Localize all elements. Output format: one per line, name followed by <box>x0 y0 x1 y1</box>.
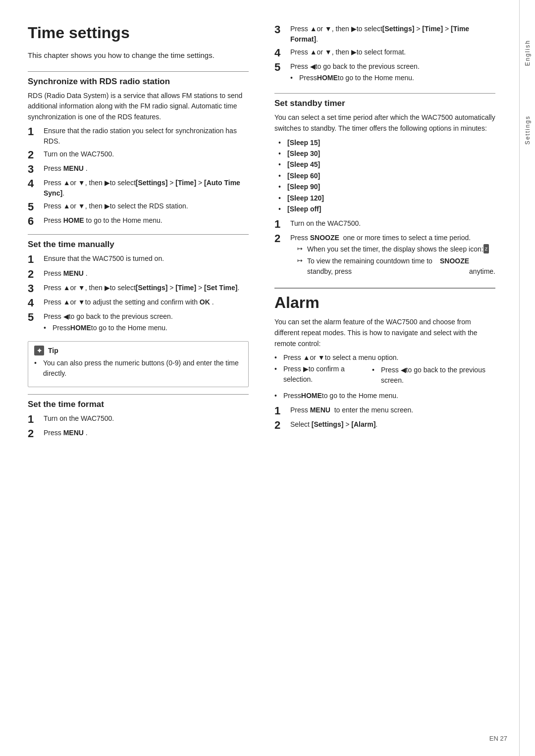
alarm-sub-bullet-1: Press ◀to go back to the previous screen… <box>372 365 495 386</box>
divider-format <box>28 394 249 395</box>
standby-step-1: 1 Turn on the WAC7500. <box>274 218 495 230</box>
format-step-3: 3 Press ▲or ▼, then ▶to select[Settings]… <box>274 24 495 45</box>
sleep-icon: z <box>483 244 489 253</box>
page-container: Time settings This chapter shows you how… <box>0 0 535 756</box>
sleep-off: [Sleep off] <box>278 203 495 214</box>
manually-heading: Set the time manually <box>28 240 249 250</box>
manually-step-5: 5 Press ◀to go back to the previous scre… <box>28 311 249 336</box>
alarm-bullets: Press ▲or ▼to select a menu option. Pres… <box>274 353 495 401</box>
manually-sub-step: Press HOME to go to the Home menu. <box>44 323 249 333</box>
manually-step-3: 3 Press ▲or ▼, then ▶to select[Settings]… <box>28 283 249 295</box>
sync-heading: Synchronize with RDS radio station <box>28 77 249 87</box>
side-tab-settings: Settings <box>524 115 531 145</box>
standby-body: You can select a set time period after w… <box>274 112 495 134</box>
standby-heading: Set standby timer <box>274 99 495 108</box>
page-title: Time settings <box>28 24 249 42</box>
format-step-2: 2 Press MENU . <box>28 428 249 440</box>
right-column: 3 Press ▲or ▼, then ▶to select[Settings]… <box>270 24 495 732</box>
tip-box: ✦ Tip You can also press the numeric but… <box>28 341 249 387</box>
sleep-90: [Sleep 90] <box>278 181 495 192</box>
sync-step-4: 4 Press ▲or ▼, then ▶to select[Settings]… <box>28 178 249 199</box>
manually-step-4: 4 Press ▲or ▼to adjust the setting and c… <box>28 297 249 309</box>
tip-header: ✦ Tip <box>34 346 242 355</box>
main-content: Time settings This chapter shows you how… <box>0 0 519 756</box>
tip-text: You can also press the numeric buttons (… <box>34 358 242 379</box>
side-tab-english: English <box>524 40 531 66</box>
divider-standby <box>274 93 495 94</box>
sync-step-3: 3 Press MENU . <box>28 163 249 175</box>
alarm-title: Alarm <box>274 288 495 312</box>
intro-text: This chapter shows you how to change the… <box>28 50 249 61</box>
manually-step-1: 1 Ensure that the WAC7500 is turned on. <box>28 253 249 265</box>
manually-steps-list: 1 Ensure that the WAC7500 is turned on. … <box>28 253 249 336</box>
standby-steps-list: 1 Turn on the WAC7500. 2 Press SNOOZE on… <box>274 218 495 279</box>
sync-step-5: 5 Press ▲or ▼, then ▶to select the RDS s… <box>28 201 249 213</box>
format-step-1: 1 Turn on the WAC7500. <box>28 413 249 425</box>
sync-step-2: 2 Turn on the WAC7500. <box>28 149 249 161</box>
format-sub-step: Press HOME to go to the Home menu. <box>290 73 495 83</box>
alarm-bullet-3: Press HOME to go to the Home menu. <box>274 391 495 401</box>
sleep-60: [Sleep 60] <box>278 170 495 181</box>
sync-step-6: 6 Press HOME to go to the Home menu. <box>28 215 249 227</box>
alarm-body: You can set the alarm feature of the WAC… <box>274 317 495 349</box>
tip-list: You can also press the numeric buttons (… <box>34 358 242 379</box>
divider-sync <box>28 71 249 72</box>
standby-arrow-list: When you set the timer, the display show… <box>297 244 495 277</box>
alarm-bullet-1: Press ▲or ▼to select a menu option. <box>274 353 495 363</box>
standby-arrow-1: When you set the timer, the display show… <box>297 244 495 254</box>
manually-sub-list: Press HOME to go to the Home menu. <box>44 323 249 333</box>
sleep-120: [Sleep 120] <box>278 193 495 203</box>
sleep-15: [Sleep 15] <box>278 137 495 148</box>
page-footer: EN 27 <box>489 735 507 742</box>
left-column: Time settings This chapter shows you how… <box>28 24 253 732</box>
manually-step-2: 2 Press MENU . <box>28 268 249 280</box>
format-steps-list-right: 3 Press ▲or ▼, then ▶to select[Settings]… <box>274 24 495 86</box>
alarm-step-2: 2 Select [Settings] > [Alarm]. <box>274 419 495 431</box>
sleep-options-list: [Sleep 15] [Sleep 30] [Sleep 45] [Sleep … <box>278 137 495 215</box>
sync-step-1: 1 Ensure that the radio station you sele… <box>28 126 249 147</box>
sleep-45: [Sleep 45] <box>278 159 495 170</box>
side-tab: English Settings <box>519 0 535 756</box>
alarm-steps-list: 1 Press MENU to enter the menu screen. 2… <box>274 405 495 431</box>
tip-icon: ✦ <box>34 346 44 355</box>
divider-manually <box>28 234 249 235</box>
format-steps-list-left: 1 Turn on the WAC7500. 2 Press MENU . <box>28 413 249 440</box>
alarm-step-1: 1 Press MENU to enter the menu screen. <box>274 405 495 417</box>
alarm-sub-bullets: Press ◀to go back to the previous screen… <box>372 365 495 387</box>
format-sub-list: Press HOME to go to the Home menu. <box>290 73 495 83</box>
format-heading: Set the time format <box>28 400 249 409</box>
standby-arrow-2: To view the remaining countdown time to … <box>297 256 495 277</box>
sync-steps-list: 1 Ensure that the radio station you sele… <box>28 126 249 228</box>
alarm-section: Alarm You can set the alarm feature of t… <box>274 288 495 431</box>
tip-label: Tip <box>48 347 58 354</box>
standby-step-2: 2 Press SNOOZE one or more times to sele… <box>274 233 495 279</box>
format-step-5: 5 Press ◀to go back to the previous scre… <box>274 61 495 86</box>
format-step-4: 4 Press ▲or ▼, then ▶to select format. <box>274 47 495 59</box>
alarm-bullet-2: Press ▶to confirm a selection. Press ◀to… <box>274 364 495 390</box>
sync-body: RDS (Radio Data System) is a service tha… <box>28 91 249 123</box>
sleep-30: [Sleep 30] <box>278 148 495 159</box>
